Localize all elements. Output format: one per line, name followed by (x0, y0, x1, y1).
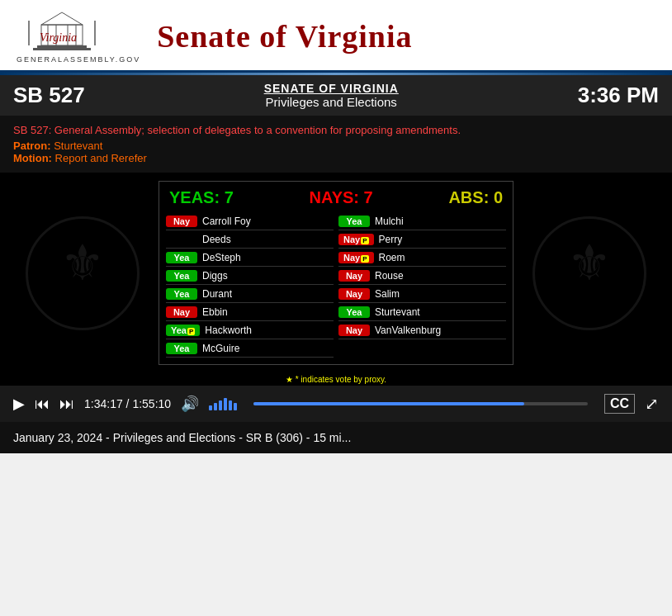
bill-desc-text: SB 527: General Assembly; selection of d… (13, 124, 659, 136)
patron-line: Patron: Sturtevant (13, 140, 659, 152)
vote-board-inner: YEAS: 7 NAYS: 7 ABS: 0 NayCarroll FoyDee… (159, 181, 513, 365)
vote-columns: NayCarroll FoyDeedsYeaDeStephYeaDiggsYea… (166, 212, 506, 358)
committee-name: Privileges and Elections (264, 95, 399, 109)
vol-bar-6 (234, 403, 237, 410)
senate-title: SENATE OF VIRGINIA (264, 82, 399, 95)
virginia-logo: Virginia (17, 8, 107, 54)
bill-description-area: SB 527: General Assembly; selection of d… (0, 116, 672, 173)
yeas-total: YEAS: 7 (169, 188, 234, 207)
vol-bar-1 (209, 405, 212, 410)
video-player: SB 527 SENATE OF VIRGINIA Privileges and… (0, 75, 672, 453)
vote-col-right: YeaMulchiNayPPerryNayPRoemNayRouseNaySal… (338, 212, 506, 358)
controls-bar: ▶ ⏮ ⏭ 1:34:17 / 1:55:10 🔊 CC ⤢ (0, 386, 672, 422)
play-button[interactable]: ▶ (13, 395, 25, 413)
table-row: YeaDiggs (166, 267, 334, 285)
fullscreen-button[interactable]: ⤢ (645, 394, 659, 414)
table-row: YeaPHackworth (166, 321, 334, 339)
cc-button[interactable]: CC (604, 394, 635, 414)
vol-bar-4 (224, 398, 227, 410)
video-top-bar: SB 527 SENATE OF VIRGINIA Privileges and… (0, 75, 672, 116)
table-row: YeaSturtevant (338, 303, 506, 321)
forward-button[interactable]: ⏭ (59, 396, 74, 413)
vote-board: ⚜ ⚜ YEAS: 7 NAYS: 7 ABS: 0 (0, 173, 672, 373)
proxy-note: ★ * indicates vote by proxy. (0, 373, 672, 386)
table-row: YeaMulchi (338, 212, 506, 230)
vote-totals: YEAS: 7 NAYS: 7 ABS: 0 (166, 188, 506, 207)
table-row: NaySalim (338, 285, 506, 303)
table-row: NayCarroll Foy (166, 212, 334, 230)
table-row: Deeds (166, 230, 334, 249)
progress-bar[interactable] (253, 402, 588, 405)
table-row: YeaDeSteph (166, 249, 334, 267)
crest-left: ⚜ (0, 173, 165, 373)
table-row: YeaMcGuire (166, 339, 334, 358)
svg-text:⚜: ⚜ (567, 235, 612, 290)
svg-rect-6 (37, 45, 87, 48)
vote-col-left: NayCarroll FoyDeedsYeaDeStephYeaDiggsYea… (166, 212, 334, 358)
svg-rect-7 (33, 48, 91, 50)
crest-right: ⚜ (507, 173, 672, 373)
bill-number: SB 527 (13, 83, 85, 108)
table-row: NayPPerry (338, 230, 506, 249)
site-url: GENERALASSEMBLY.GOV (17, 55, 140, 64)
bottom-bar: January 23, 2024 - Privileges and Electi… (0, 422, 672, 453)
senate-header: SENATE OF VIRGINIA Privileges and Electi… (264, 82, 399, 109)
playback-time: 1:34:17 / 1:55:10 (84, 397, 171, 410)
svg-text:⚜: ⚜ (60, 235, 105, 290)
vol-bar-3 (219, 400, 222, 410)
svg-text:Virginia: Virginia (40, 31, 77, 44)
logo-area: Virginia GENERALASSEMBLY.GOV (17, 8, 140, 64)
abs-total: ABS: 0 (448, 188, 503, 207)
page-header: Virginia GENERALASSEMBLY.GOV Senate of V… (0, 0, 672, 73)
motion-line: Motion: Report and Rerefer (13, 152, 659, 164)
table-row: NayEbbin (166, 303, 334, 321)
nays-total: NAYS: 7 (310, 188, 373, 207)
table-row: NayRouse (338, 267, 506, 285)
vol-bar-5 (229, 400, 232, 410)
time-display: 3:36 PM (578, 83, 659, 108)
vol-bar-2 (214, 403, 217, 410)
volume-icon: 🔊 (181, 395, 199, 413)
proxy-star: ★ (286, 375, 296, 384)
svg-marker-1 (41, 12, 83, 25)
table-row: YeaDurant (166, 285, 334, 303)
progress-fill (253, 402, 524, 405)
video-title: January 23, 2024 - Privileges and Electi… (13, 431, 351, 444)
table-row: NayVanValkenburg (338, 321, 506, 339)
site-title: Senate of Virginia (157, 18, 412, 54)
rewind-button[interactable]: ⏮ (35, 396, 50, 413)
table-row: NayPRoem (338, 249, 506, 267)
volume-bars (209, 397, 237, 410)
